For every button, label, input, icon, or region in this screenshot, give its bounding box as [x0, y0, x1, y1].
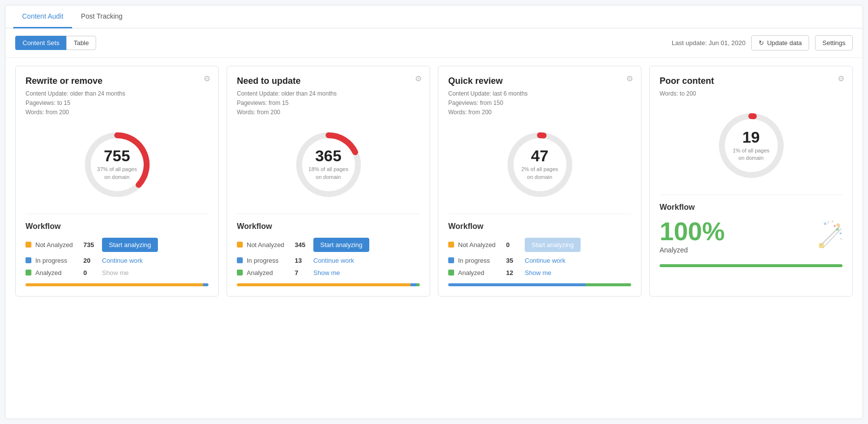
status-dot	[237, 257, 243, 263]
svg-rect-2	[819, 243, 824, 248]
status-dot	[26, 242, 31, 248]
workflow-count: 0	[83, 269, 98, 276]
card-title: Poor content	[660, 76, 842, 86]
card-meta: Words: to 200	[660, 89, 842, 99]
confetti-icon	[813, 219, 842, 257]
donut-center: 47 2% of all pageson domain	[521, 148, 558, 181]
workflow-title: Workflow	[26, 222, 208, 231]
svg-line-6	[828, 221, 829, 224]
start-analyzing-button[interactable]: Start analyzing	[102, 238, 158, 252]
donut-chart: 755 37% of all pageson domain	[26, 125, 208, 204]
status-dot	[26, 257, 31, 263]
toolbar: Content Sets Table Last update: Jun 01, …	[5, 28, 863, 58]
workflow-title: Workflow	[237, 222, 420, 231]
card-divider	[26, 214, 208, 214]
complete-label: Analyzed	[660, 246, 725, 254]
svg-point-5	[840, 232, 842, 234]
donut-chart: 19 1% of all pageson domain	[660, 106, 842, 185]
donut-center: 19 1% of all pageson domain	[733, 129, 769, 162]
donut-number: 755	[97, 148, 137, 164]
svg-line-8	[840, 238, 842, 240]
card-divider	[448, 214, 631, 214]
svg-point-4	[834, 225, 836, 227]
status-dot	[237, 242, 243, 248]
workflow-action-link[interactable]: Show me	[525, 269, 551, 276]
start-analyzing-button-disabled[interactable]: Start analyzing	[525, 238, 581, 252]
card-meta: Content Update: older than 24 monthsPage…	[237, 89, 420, 118]
workflow-count: 7	[295, 269, 309, 276]
workflow-status-label: Analyzed	[35, 269, 79, 276]
status-dot	[448, 257, 454, 263]
workflow-row: In progress 35 Continue work	[448, 257, 631, 264]
card-settings-icon[interactable]: ⚙	[838, 74, 844, 83]
svg-line-1	[823, 228, 842, 248]
workflow-title: Workflow	[660, 203, 842, 212]
workflow-count: 35	[506, 257, 521, 264]
donut-number: 365	[308, 148, 348, 164]
cards-grid: ⚙ Rewrite or remove Content Update: olde…	[5, 58, 863, 304]
donut-label: 1% of all pageson domain	[733, 147, 769, 162]
workflow-count: 20	[83, 257, 98, 264]
card-meta: Content Update: last 6 monthsPageviews: …	[448, 89, 631, 118]
workflow-count: 0	[506, 241, 521, 249]
donut-label: 37% of all pageson domain	[97, 166, 137, 181]
celebration-area: 100% Analyzed	[660, 219, 842, 257]
progress-bar	[26, 283, 208, 286]
last-update-text: Last update: Jun 01, 2020	[672, 39, 745, 47]
workflow-row: Not Analyzed 345 Start analyzing	[237, 238, 420, 252]
workflow-action-link[interactable]: Continue work	[525, 257, 565, 264]
workflow-action-link[interactable]: Continue work	[102, 257, 143, 264]
content-sets-button[interactable]: Content Sets	[15, 36, 66, 50]
card-settings-icon[interactable]: ⚙	[415, 74, 422, 83]
workflow-count: 735	[83, 241, 98, 249]
card-title: Rewrite or remove	[26, 76, 208, 86]
workflow-row: Not Analyzed 735 Start analyzing	[26, 238, 208, 252]
workflow-title: Workflow	[448, 222, 631, 231]
progress-bar	[660, 264, 842, 267]
card-title: Quick review	[448, 76, 631, 86]
workflow-row: Analyzed 7 Show me	[237, 269, 420, 276]
card-poor-content: ⚙ Poor content Words: to 200 19 1% of al…	[649, 66, 853, 297]
start-analyzing-button[interactable]: Start analyzing	[313, 238, 369, 252]
workflow-action-link[interactable]: Show me	[313, 269, 340, 276]
workflow-status-label: Analyzed	[458, 269, 502, 276]
status-dot	[237, 270, 243, 275]
donut-chart: 47 2% of all pageson domain	[448, 125, 631, 204]
settings-button[interactable]: Settings	[815, 35, 853, 50]
workflow-row: In progress 20 Continue work	[26, 257, 208, 264]
tab-post-tracking[interactable]: Post Tracking	[72, 5, 131, 28]
workflow-action-link[interactable]: Continue work	[313, 257, 354, 264]
card-settings-icon[interactable]: ⚙	[626, 74, 633, 83]
workflow-count: 345	[295, 241, 309, 249]
tab-content-audit[interactable]: Content Audit	[13, 5, 72, 28]
table-button[interactable]: Table	[66, 36, 96, 50]
complete-pct: 100%	[660, 219, 725, 244]
workflow-row: Not Analyzed 0 Start analyzing	[448, 238, 631, 252]
workflow-row: Analyzed 0 Show me	[26, 269, 208, 276]
card-title: Need to update	[237, 76, 420, 86]
workflow-row: Analyzed 12 Show me	[448, 269, 631, 276]
donut-center: 755 37% of all pageson domain	[97, 148, 137, 181]
workflow-status-label: In progress	[247, 257, 291, 264]
card-rewrite-or-remove: ⚙ Rewrite or remove Content Update: olde…	[15, 66, 219, 297]
update-data-button[interactable]: ↻ Update data	[751, 35, 809, 50]
donut-chart: 365 18% of all pageson domain	[237, 125, 420, 204]
svg-rect-10	[824, 222, 827, 225]
donut-label: 18% of all pageson domain	[308, 166, 348, 181]
donut-center: 365 18% of all pageson domain	[308, 148, 348, 181]
progress-bar	[237, 283, 420, 286]
refresh-icon: ↻	[759, 39, 764, 47]
status-dot	[448, 270, 454, 275]
view-toggle: Content Sets Table	[15, 36, 96, 50]
donut-number: 19	[733, 129, 769, 145]
top-tabs: Content Audit Post Tracking	[5, 5, 863, 28]
workflow-status-label: Not Analyzed	[247, 241, 291, 249]
card-settings-icon[interactable]: ⚙	[204, 74, 210, 83]
status-dot	[26, 270, 31, 275]
card-quick-review: ⚙ Quick review Content Update: last 6 mo…	[438, 66, 641, 297]
card-divider	[237, 214, 420, 214]
workflow-status-label: In progress	[35, 257, 79, 264]
workflow-status-label: In progress	[458, 257, 502, 264]
card-divider	[660, 195, 842, 195]
workflow-action-muted: Show me	[102, 269, 128, 276]
